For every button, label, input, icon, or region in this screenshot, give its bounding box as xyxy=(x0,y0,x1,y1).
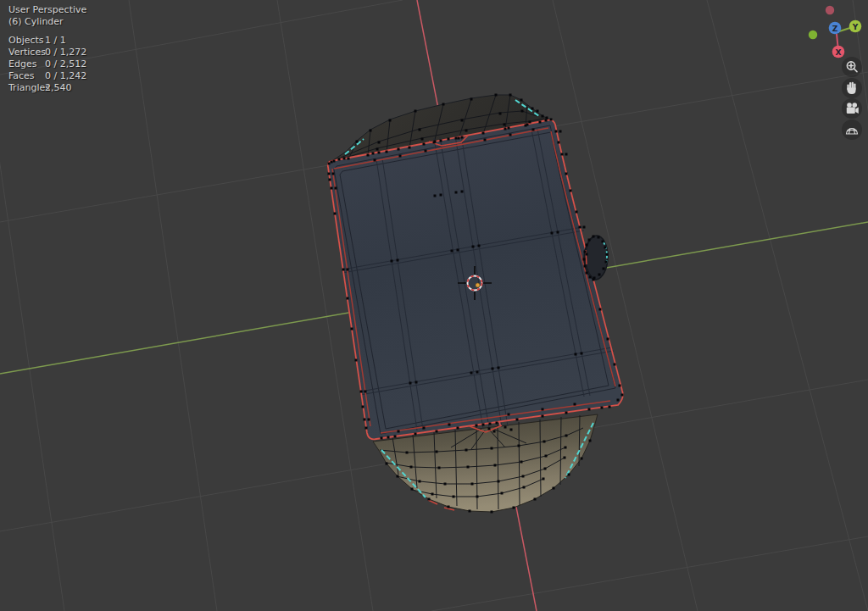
gizmo-y-label: Y xyxy=(852,23,859,31)
stats-row: Vertices0 / 1,272 xyxy=(8,47,86,58)
mesh-statistics: Objects1 / 1Vertices0 / 1,272Edges0 / 2,… xyxy=(8,35,86,94)
pan-hand-icon xyxy=(844,81,860,96)
gizmo-x-label: X xyxy=(836,48,842,57)
pan-button[interactable] xyxy=(842,78,862,98)
stats-value: 2,540 xyxy=(45,82,72,94)
stats-label: Triangles xyxy=(8,82,45,94)
grid-line xyxy=(431,536,868,611)
camera-view-button[interactable] xyxy=(842,98,862,119)
stats-value: 0 / 2,512 xyxy=(45,58,86,70)
stats-value: 0 / 1,272 xyxy=(45,47,86,58)
viewport-nav-buttons xyxy=(842,57,864,140)
gizmo-neg-y-ball[interactable] xyxy=(809,31,817,39)
stats-row: Objects1 / 1 xyxy=(8,35,86,47)
zoom-icon xyxy=(844,59,860,75)
stats-value: 0 / 1,242 xyxy=(45,70,86,82)
stats-row: Faces0 / 1,242 xyxy=(8,70,86,82)
3d-viewport[interactable]: User Perspective (6) Cylinder Objects1 /… xyxy=(0,0,868,611)
gizmo-z-label: Z xyxy=(832,25,838,33)
object-origin-dot xyxy=(476,283,480,287)
active-object-label: (6) Cylinder xyxy=(8,16,86,28)
stats-label: Faces xyxy=(8,70,45,82)
stats-row: Edges0 / 2,512 xyxy=(8,58,86,70)
viewport-overlay-text: User Perspective (6) Cylinder Objects1 /… xyxy=(8,4,86,94)
stats-label: Edges xyxy=(8,58,45,70)
stats-row: Triangles2,540 xyxy=(8,82,86,94)
zoom-button[interactable] xyxy=(842,57,862,77)
viewport-canvas[interactable] xyxy=(0,0,868,611)
stats-label: Vertices xyxy=(8,47,45,58)
grid-line xyxy=(129,0,217,611)
view-name-label: User Perspective xyxy=(8,4,86,16)
camera-view-icon xyxy=(844,101,860,116)
stats-label: Objects xyxy=(8,35,45,47)
perspective-grid-icon xyxy=(844,122,860,137)
stats-value: 1 / 1 xyxy=(45,35,66,47)
gizmo-neg-x-ball[interactable] xyxy=(826,6,834,14)
toggle-perspective-button[interactable] xyxy=(842,119,862,140)
